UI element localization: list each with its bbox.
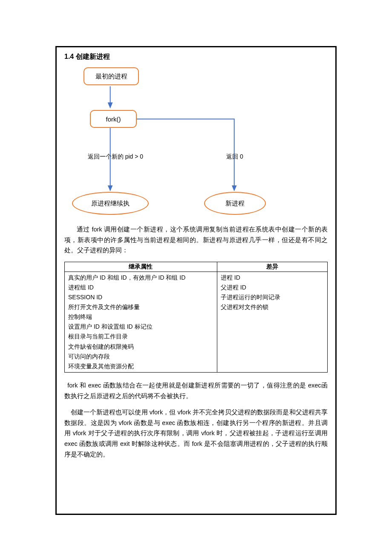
th-diff: 差异 [217, 262, 327, 272]
fork-diagram: 最初的进程 fork() 返回一个新的 pid > 0 返回 0 原进程继续执 … [64, 65, 328, 218]
inherit-row: SESSION ID [68, 292, 213, 302]
inherit-row: 控制终端 [68, 312, 213, 322]
paragraph-2: fork 和 exec 函数族结合在一起使用就是创建新进程所需要的一切了，值得注… [64, 380, 328, 401]
diff-row: 父进程 ID [221, 283, 324, 292]
ellipse-original-process-label: 原进程继续执 [91, 199, 130, 208]
inherit-row: 可访问的内存段 [68, 352, 213, 361]
th-inherit: 继承属性 [65, 262, 217, 272]
inherit-row: 环境变量及其他资源分配 [68, 361, 213, 371]
ellipse-new-process: 新进程 [204, 192, 266, 215]
section-heading: 1.4 创建新进程 [64, 52, 328, 61]
inherit-row: 所打开文件及文件的偏移量 [68, 302, 213, 312]
box-initial-process-label: 最初的进程 [95, 72, 127, 81]
inherit-row: 根目录与当前工作目录 [68, 332, 213, 341]
inherit-row: 文件缺省创建的权限掩码 [68, 342, 213, 352]
inherit-row: 真实的用户 ID 和组 ID，有效用户 ID 和组 ID [68, 273, 213, 283]
diff-row: 子进程运行的时间记录 [221, 292, 324, 302]
box-fork-label: fork() [106, 116, 121, 123]
diff-row: 父进程对文件的锁 [221, 302, 324, 312]
label-right-branch: 返回 0 [218, 153, 252, 161]
ellipse-original-process: 原进程继续执 [72, 192, 149, 215]
diff-row: 进程 ID [221, 273, 324, 283]
document-page: 1.4 创建新进程 最初的进程 fork() 返回一个新的 pid > 0 返回… [55, 46, 337, 515]
label-left-branch: 返回一个新的 pid > 0 [77, 153, 154, 161]
diff-cell: 进程 ID 父进程 ID 子进程运行的时间记录 父进程对文件的锁 [221, 273, 324, 312]
paragraph-1: 通过 fork 调用创建一个新进程，这个系统调用复制当前进程在系统表中创建一个新… [64, 224, 328, 256]
inherit-row: 进程组 ID [68, 283, 213, 292]
box-fork: fork() [90, 110, 137, 128]
inherit-cell: 真实的用户 ID 和组 ID，有效用户 ID 和组 ID 进程组 ID SESS… [68, 273, 213, 371]
ellipse-new-process-label: 新进程 [225, 199, 245, 208]
box-initial-process: 最初的进程 [84, 67, 139, 85]
inheritance-table: 继承属性 差异 真实的用户 ID 和组 ID，有效用户 ID 和组 ID 进程组… [64, 262, 328, 373]
paragraph-3: 创建一个新进程也可以使用 vfork，但 vfork 并不完全拷贝父进程的数据段… [64, 407, 328, 460]
inherit-row: 设置用户 ID 和设置组 ID 标记位 [68, 322, 213, 332]
